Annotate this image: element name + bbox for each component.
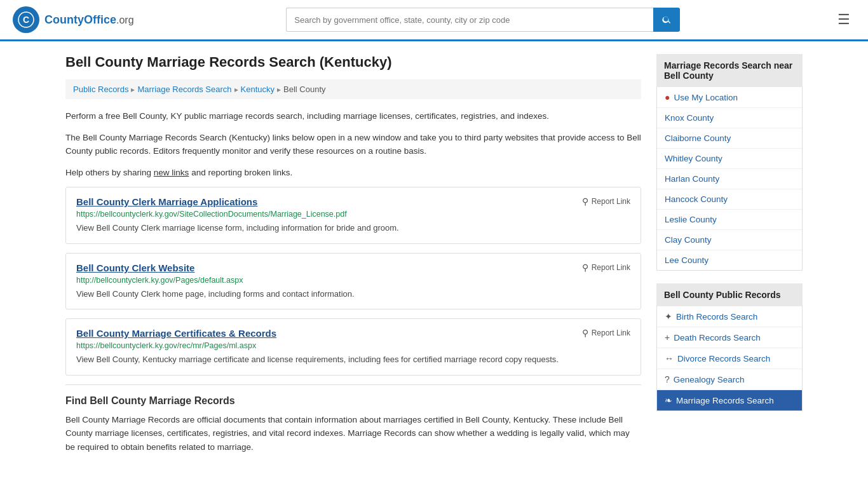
public-record-item[interactable]: ❧ Marriage Records Search — [657, 390, 802, 410]
nearby-county-item: Harlan County — [657, 169, 802, 189]
link-card-desc-2: View Bell County, Kentucky marriage cert… — [76, 353, 630, 366]
link-card-url-2: https://bellcountyclerk.ky.gov/rec/mr/Pa… — [76, 341, 630, 350]
breadcrumb: Public Records ▸ Marriage Records Search… — [65, 79, 641, 99]
location-icon: ● — [665, 92, 670, 102]
public-records-header: Bell County Public Records — [656, 283, 803, 306]
public-record-item[interactable]: ✦ Birth Records Search — [657, 306, 802, 327]
public-record-item[interactable]: ↔ Divorce Records Search — [657, 348, 802, 369]
public-record-icon: ? — [665, 374, 670, 384]
nearby-county-item: Clay County — [657, 230, 802, 250]
link-card-url-0: https://bellcountyclerk.ky.gov/SiteColle… — [76, 210, 630, 219]
report-link-button-1[interactable]: ⚲ Report Link — [582, 262, 630, 273]
public-records-list: ✦ Birth Records Search + Death Records S… — [656, 306, 803, 411]
svg-text:C: C — [23, 15, 29, 25]
report-link-button-0[interactable]: ⚲ Report Link — [582, 196, 630, 207]
find-title: Find Bell County Marriage Records — [65, 395, 641, 407]
nearby-county-link[interactable]: Knox County — [665, 113, 714, 123]
breadcrumb-public-records[interactable]: Public Records — [73, 85, 128, 94]
content-wrapper: Bell County Marriage Records Search (Ken… — [53, 41, 815, 475]
new-links[interactable]: new links — [154, 168, 189, 177]
search-button[interactable] — [653, 8, 680, 32]
link-card: Bell County Clerk Website ⚲ Report Link … — [65, 253, 641, 310]
public-record-link[interactable]: Genealogy Search — [674, 375, 745, 384]
public-record-icon: + — [665, 332, 670, 342]
use-my-location[interactable]: ● Use My Location — [657, 87, 802, 108]
nearby-county-link[interactable]: Whitley County — [665, 154, 722, 163]
link-card-header-1: Bell County Clerk Website ⚲ Report Link — [76, 262, 630, 273]
search-area — [286, 8, 680, 32]
sidebar: Marriage Records Search near Bell County… — [656, 54, 803, 462]
nearby-box: Marriage Records Search near Bell County… — [656, 54, 803, 271]
main-content: Bell County Marriage Records Search (Ken… — [65, 54, 641, 462]
nearby-county-item: Whitley County — [657, 149, 802, 169]
nearby-county-link[interactable]: Clay County — [665, 235, 712, 245]
public-record-icon: ❧ — [665, 395, 672, 405]
public-record-item[interactable]: + Death Records Search — [657, 327, 802, 348]
public-record-icon: ✦ — [665, 311, 672, 322]
detail-description: The Bell County Marriage Records Search … — [65, 131, 641, 158]
nearby-list: ● Use My Location Knox CountyClaiborne C… — [656, 87, 803, 271]
nearby-county-link[interactable]: Harlan County — [665, 174, 719, 184]
find-body: Bell County Marriage Records are officia… — [65, 413, 641, 454]
link-card-header-0: Bell County Clerk Marriage Applications … — [76, 196, 630, 207]
link-card-desc-1: View Bell County Clerk home page, includ… — [76, 288, 630, 301]
public-record-link[interactable]: Birth Records Search — [676, 312, 757, 322]
public-record-icon: ↔ — [665, 353, 674, 363]
site-header: C CountyOffice.org ☰ — [0, 0, 868, 41]
nearby-county-link[interactable]: Claiborne County — [665, 133, 731, 143]
link-card-header-2: Bell County Marriage Certificates & Reco… — [76, 328, 630, 339]
breadcrumb-kentucky[interactable]: Kentucky — [241, 85, 275, 94]
link-cards: Bell County Clerk Marriage Applications … — [65, 187, 641, 376]
nearby-header: Marriage Records Search near Bell County — [656, 54, 803, 87]
nearby-county-link[interactable]: Hancock County — [665, 194, 728, 204]
report-icon-0: ⚲ — [582, 196, 588, 207]
link-card: Bell County Marriage Certificates & Reco… — [65, 318, 641, 376]
link-card-url-1: http://bellcountyclerk.ky.gov/Pages/defa… — [76, 276, 630, 285]
nearby-county-item: Hancock County — [657, 189, 802, 210]
logo-area: C CountyOffice.org — [13, 6, 134, 33]
report-icon-2: ⚲ — [582, 328, 588, 338]
report-icon-1: ⚲ — [582, 262, 588, 273]
logo-text: CountyOffice.org — [44, 13, 134, 27]
nearby-county-item: Knox County — [657, 108, 802, 128]
nearby-county-item: Lee County — [657, 250, 802, 270]
help-text: Help others by sharing new links and rep… — [65, 166, 641, 180]
intro-description: Perform a free Bell County, KY public ma… — [65, 109, 641, 123]
public-record-link[interactable]: Divorce Records Search — [677, 354, 770, 363]
public-record-link[interactable]: Marriage Records Search — [676, 396, 774, 405]
nearby-county-item: Claiborne County — [657, 128, 802, 149]
public-records-box: Bell County Public Records ✦ Birth Recor… — [656, 283, 803, 411]
link-card-title-1[interactable]: Bell County Clerk Website — [76, 262, 194, 273]
report-link-button-2[interactable]: ⚲ Report Link — [582, 328, 630, 338]
link-card-desc-0: View Bell County Clerk marriage license … — [76, 222, 630, 234]
nearby-county-link[interactable]: Leslie County — [665, 215, 717, 224]
link-card-title-2[interactable]: Bell County Marriage Certificates & Reco… — [76, 328, 276, 339]
nearby-county-item: Leslie County — [657, 210, 802, 230]
public-record-item[interactable]: ? Genealogy Search — [657, 369, 802, 390]
nearby-counties: Knox CountyClaiborne CountyWhitley Count… — [657, 108, 802, 270]
logo-icon: C — [13, 6, 39, 33]
breadcrumb-bell-county: Bell County — [283, 85, 325, 94]
find-section: Find Bell County Marriage Records Bell C… — [65, 384, 641, 454]
page-title: Bell County Marriage Records Search (Ken… — [65, 54, 641, 71]
breadcrumb-marriage-records[interactable]: Marriage Records Search — [137, 85, 231, 94]
link-card-title-0[interactable]: Bell County Clerk Marriage Applications — [76, 196, 257, 207]
nearby-county-link[interactable]: Lee County — [665, 255, 709, 265]
search-input[interactable] — [286, 8, 653, 32]
menu-button[interactable]: ☰ — [832, 9, 855, 30]
public-records-items: ✦ Birth Records Search + Death Records S… — [657, 306, 802, 410]
link-card: Bell County Clerk Marriage Applications … — [65, 187, 641, 244]
public-record-link[interactable]: Death Records Search — [674, 333, 761, 342]
